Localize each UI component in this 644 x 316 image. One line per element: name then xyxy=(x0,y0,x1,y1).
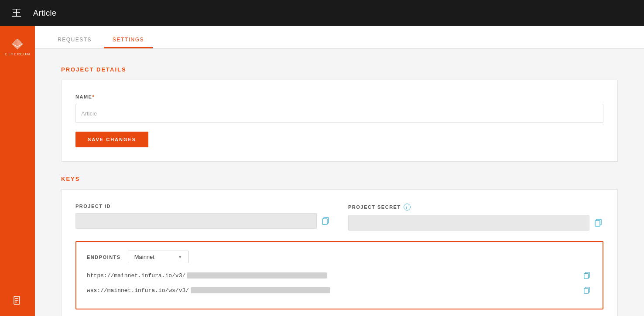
project-details-heading: PROJECT DETAILS xyxy=(61,66,618,73)
https-endpoint-copy-button[interactable] xyxy=(582,270,592,281)
chevron-down-icon: ▼ xyxy=(178,255,182,259)
svg-rect-13 xyxy=(584,274,589,279)
project-id-value xyxy=(75,213,317,229)
main-layout: ETHEREUM REQUESTS SETTINGS PROJECT DETAI… xyxy=(0,26,644,316)
logo-symbol: 王 xyxy=(12,7,21,20)
project-details-card: NAME* SAVE CHANGES xyxy=(61,80,618,162)
tab-bar: REQUESTS SETTINGS xyxy=(35,26,644,49)
content-area: REQUESTS SETTINGS PROJECT DETAILS NAME* … xyxy=(35,26,644,316)
project-id-copy-button[interactable] xyxy=(320,216,331,226)
keys-row: PROJECT ID xyxy=(75,204,603,231)
keys-heading: KEYS xyxy=(61,176,618,182)
endpoints-header: ENDPOINTS Mainnet ▼ xyxy=(87,251,592,263)
ethereum-icon xyxy=(11,38,24,50)
project-id-value-row xyxy=(75,213,331,229)
https-endpoint-key xyxy=(187,272,327,279)
wss-endpoint-url: wss://mainnet.infura.io/ws/v3/ xyxy=(87,287,578,294)
sidebar-bottom xyxy=(10,293,24,316)
logo-icon: 王 xyxy=(7,3,26,23)
endpoints-box: ENDPOINTS Mainnet ▼ https://mainnet.infu… xyxy=(75,241,603,309)
sidebar-item-ethereum[interactable]: ETHEREUM xyxy=(3,33,31,61)
keys-card: PROJECT ID xyxy=(61,189,618,316)
tab-requests[interactable]: REQUESTS xyxy=(49,31,100,48)
sidebar: ETHEREUM xyxy=(0,26,35,316)
app-title: Article xyxy=(33,9,57,18)
https-endpoint-row: https://mainnet.infura.io/v3/ xyxy=(87,270,592,281)
project-secret-value-row xyxy=(348,215,603,231)
project-secret-info-icon[interactable]: i xyxy=(404,204,411,211)
wss-endpoint-row: wss://mainnet.infura.io/ws/v3/ xyxy=(87,285,592,296)
wss-endpoint-copy-button[interactable] xyxy=(582,285,592,296)
project-id-label: PROJECT ID xyxy=(75,204,331,209)
project-secret-value xyxy=(348,215,589,231)
https-endpoint-url: https://mainnet.infura.io/v3/ xyxy=(87,272,578,279)
project-secret-col: PROJECT SECRET i xyxy=(348,204,603,231)
project-secret-copy-button[interactable] xyxy=(593,217,603,228)
project-id-col: PROJECT ID xyxy=(75,204,331,231)
top-bar: 王 Article xyxy=(0,0,644,26)
page-content: PROJECT DETAILS NAME* SAVE CHANGES KEYS … xyxy=(35,49,644,316)
svg-rect-9 xyxy=(322,219,327,224)
wss-endpoint-key xyxy=(191,287,330,293)
save-changes-button[interactable]: SAVE CHANGES xyxy=(75,132,148,147)
tab-settings[interactable]: SETTINGS xyxy=(104,31,153,48)
svg-rect-11 xyxy=(595,221,600,226)
name-label: NAME* xyxy=(75,94,603,99)
name-input[interactable] xyxy=(75,104,603,123)
book-icon[interactable] xyxy=(10,293,24,307)
endpoints-label: ENDPOINTS xyxy=(87,255,121,260)
sidebar-eth-label: ETHEREUM xyxy=(5,52,31,56)
svg-rect-15 xyxy=(584,289,589,294)
network-select[interactable]: Mainnet ▼ xyxy=(128,251,189,263)
network-selected-value: Mainnet xyxy=(134,254,154,260)
project-secret-label: PROJECT SECRET i xyxy=(348,204,603,211)
